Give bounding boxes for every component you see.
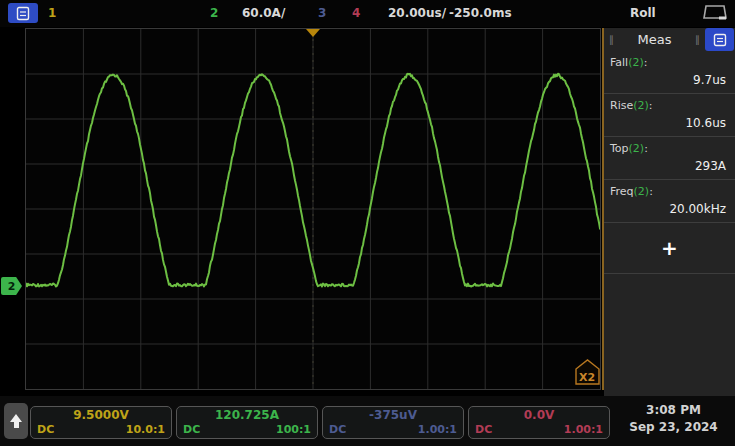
channel-2-ground-marker[interactable]: 2 (1, 277, 22, 295)
channel-3-label[interactable]: 3 (318, 6, 326, 20)
trigger-marker-icon[interactable] (306, 29, 320, 37)
drag-handle-icon[interactable]: ∥ (690, 34, 705, 45)
channel-2-coupling: DC (183, 423, 200, 436)
measurement-value: 10.6us (610, 112, 729, 133)
channel-2-status-box[interactable]: 120.725A DC 100:1 (176, 406, 318, 439)
measurement-row-freq[interactable]: Freq(2): 20.00kHz (604, 180, 735, 223)
measurements-panel: ∥ Meas ∥ Fall(2): 9.7us Rise(2): 10.6us (604, 28, 735, 396)
channel-3-probe-ratio: 1.00:1 (418, 423, 457, 436)
channel-1-status-box[interactable]: 9.5000V DC 10.0:1 (30, 406, 172, 439)
horizontal-delay[interactable]: -250.0ms (449, 6, 512, 20)
measurement-label: Freq(2): (610, 185, 729, 198)
measurement-value: 20.00kHz (610, 198, 729, 219)
arrow-up-icon (14, 422, 19, 428)
channel-1-label[interactable]: 1 (48, 6, 56, 20)
channel-4-coupling: DC (475, 423, 492, 436)
measurement-value: 293A (610, 155, 729, 176)
expand-panel-button[interactable] (4, 403, 28, 439)
channel-4-offset: 0.0V (469, 407, 609, 423)
measurement-row-rise[interactable]: Rise(2): 10.6us (604, 94, 735, 137)
waveform-display[interactable]: X2 (25, 28, 601, 390)
main-menu-button[interactable] (8, 3, 38, 23)
channel-2-probe-ratio: 100:1 (276, 423, 311, 436)
bottom-status-bar: 9.5000V DC 10.0:1 120.725A DC 100:1 -375… (0, 396, 735, 446)
channel-4-probe-ratio: 1.00:1 (564, 423, 603, 436)
channel-2-label[interactable]: 2 (210, 6, 218, 20)
measurement-value: 9.7us (610, 69, 729, 90)
channel-4-status-box[interactable]: 0.0V DC 1.00:1 (468, 406, 610, 439)
channel-1-coupling: DC (37, 423, 54, 436)
meas-panel-title: Meas (619, 32, 690, 47)
time-display: 3:08 PM (616, 402, 731, 419)
timebase-setting[interactable]: 20.00us/ (388, 6, 446, 20)
measurement-label: Fall(2): (610, 56, 729, 69)
date-display: Sep 23, 2024 (616, 419, 731, 436)
measurement-label: Rise(2): (610, 99, 729, 112)
add-measurement-button[interactable]: + (604, 223, 735, 274)
measurement-row-top[interactable]: Top(2): 293A (604, 137, 735, 180)
clock: 3:08 PM Sep 23, 2024 (616, 402, 731, 436)
channel-3-offset: -375uV (323, 407, 463, 423)
channel-3-status-box[interactable]: -375uV DC 1.00:1 (322, 406, 464, 439)
channel-2-scale[interactable]: 60.0A/ (242, 6, 285, 20)
channel-3-coupling: DC (329, 423, 346, 436)
channel-1-offset: 9.5000V (31, 407, 171, 423)
channel-1-probe-ratio: 10.0:1 (126, 423, 165, 436)
top-status-bar: 1 2 60.0A/ 3 4 20.00us/ -250.0ms Roll (0, 0, 735, 27)
meas-menu-icon (713, 33, 727, 47)
x2-zone-badge[interactable]: X2 (576, 360, 599, 384)
acquisition-mode[interactable]: Roll (630, 6, 656, 20)
oscilloscope-screen: 1 2 60.0A/ 3 4 20.00us/ -250.0ms Roll X2… (0, 0, 735, 446)
measurement-row-fall[interactable]: Fall(2): 9.7us (604, 51, 735, 94)
display-icon[interactable] (702, 4, 728, 22)
measurement-label: Top(2): (610, 142, 729, 155)
drag-handle-icon[interactable]: ∥ (604, 34, 619, 45)
channel-2-offset: 120.725A (177, 407, 317, 423)
meas-panel-header: ∥ Meas ∥ (604, 28, 735, 51)
svg-text:X2: X2 (579, 371, 595, 384)
menu-icon (15, 6, 31, 21)
channel-4-label[interactable]: 4 (352, 6, 360, 20)
arrow-up-icon (10, 414, 22, 422)
meas-menu-button[interactable] (705, 28, 734, 51)
